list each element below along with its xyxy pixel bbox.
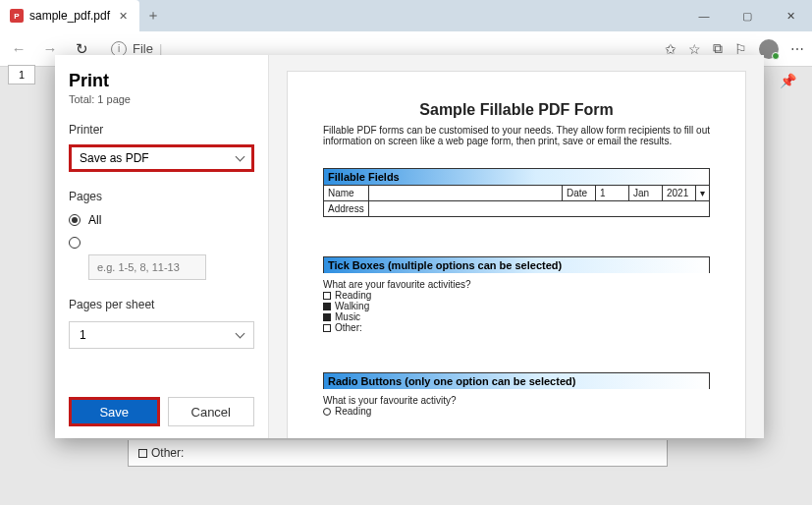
tick-option: Music: [323, 311, 710, 322]
radio-unchecked-icon: [69, 237, 81, 249]
cancel-button[interactable]: Cancel: [168, 397, 255, 426]
tick-boxes-header: Tick Boxes (multiple options can be sele…: [323, 256, 710, 273]
minimize-button[interactable]: ―: [682, 0, 726, 31]
maximize-button[interactable]: ▢: [726, 0, 769, 31]
save-button[interactable]: Save: [69, 397, 160, 426]
dialog-title: Print: [69, 71, 254, 91]
print-preview-pane[interactable]: Sample Fillable PDF Form Fillable PDF fo…: [269, 55, 764, 438]
page-range-input[interactable]: [88, 254, 206, 280]
preview-doc-title: Sample Fillable PDF Form: [323, 101, 710, 119]
pages-all-radio[interactable]: All: [69, 213, 254, 227]
print-options-panel: Print Total: 1 page Printer Save as PDF …: [55, 55, 269, 438]
radio-checked-icon: [69, 214, 81, 226]
tick-option: Other:: [323, 322, 710, 333]
printer-section-label: Printer: [69, 123, 254, 137]
title-bar: P sample_pdf.pdf ✕ ＋ ― ▢ ✕: [0, 0, 812, 31]
close-tab-button[interactable]: ✕: [116, 9, 130, 23]
tick-option: Reading: [323, 290, 710, 301]
fillable-fields-table: Name Date 1 Jan 2021 ▾ Address: [323, 185, 710, 217]
preview-description: Fillable PDF forms can be customised to …: [323, 125, 710, 146]
new-tab-button[interactable]: ＋: [139, 0, 167, 31]
back-button[interactable]: ←: [8, 38, 29, 60]
tick-question: What are your favourite activities?: [323, 279, 710, 290]
chevron-down-icon: [237, 151, 244, 165]
pages-per-sheet-label: Pages per sheet: [69, 298, 254, 311]
preview-page: Sample Fillable PDF Form Fillable PDF fo…: [287, 71, 746, 438]
pages-per-sheet-select[interactable]: 1: [69, 321, 254, 349]
radio-buttons-header: Radio Buttons (only one option can be se…: [323, 372, 710, 389]
address-text: File: [133, 41, 153, 56]
background-document-slice: Other:: [128, 440, 668, 467]
radio-option: Reading: [323, 406, 710, 417]
pages-range-radio[interactable]: [69, 237, 254, 249]
checkbox-icon: [138, 449, 147, 458]
printer-value: Save as PDF: [80, 151, 149, 165]
pdf-icon: P: [10, 9, 24, 23]
close-window-button[interactable]: ✕: [769, 0, 812, 31]
browser-window: P sample_pdf.pdf ✕ ＋ ― ▢ ✕ ← → ↻ i File …: [0, 0, 812, 505]
chevron-down-icon: [237, 328, 244, 342]
pin-toolbar-button[interactable]: 📌: [780, 73, 796, 88]
date-dropdown-icon: ▾: [696, 186, 710, 201]
print-dialog: Print Total: 1 page Printer Save as PDF …: [55, 55, 764, 438]
page-number-box[interactable]: 1: [8, 65, 35, 84]
printer-select[interactable]: Save as PDF: [69, 144, 254, 172]
fillable-fields-header: Fillable Fields: [323, 168, 710, 185]
browser-tab[interactable]: P sample_pdf.pdf ✕: [0, 0, 139, 31]
more-menu-button[interactable]: ⋯: [790, 41, 804, 57]
total-pages-label: Total: 1 page: [69, 93, 254, 105]
tick-option: Walking: [323, 301, 710, 311]
radio-question: What is your favourite activity?: [323, 395, 710, 406]
tab-title: sample_pdf.pdf: [29, 9, 110, 23]
pages-section-label: Pages: [69, 190, 254, 203]
